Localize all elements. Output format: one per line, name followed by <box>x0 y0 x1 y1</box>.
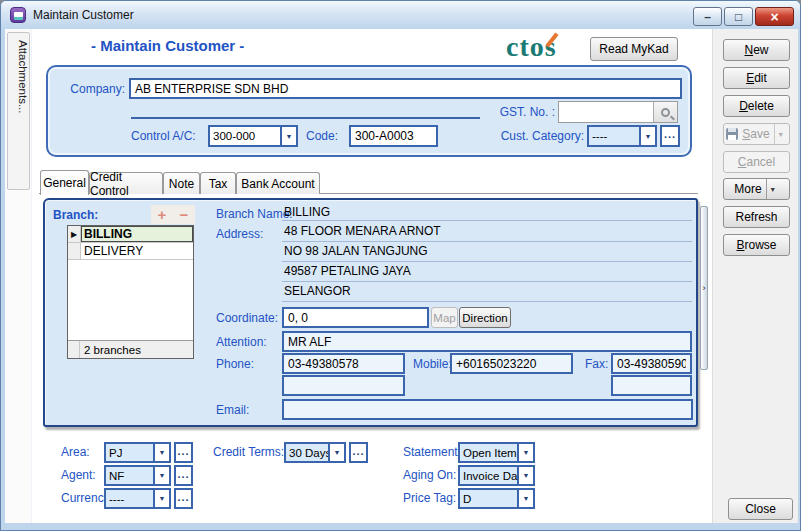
tab-note[interactable]: Note <box>163 172 200 194</box>
attachments-tab[interactable]: Attachments... <box>7 32 30 190</box>
browse-button[interactable]: Browse <box>723 234 790 256</box>
gst-search-button[interactable] <box>653 102 677 122</box>
address-line-3[interactable]: 49587 PETALING JAYA <box>282 263 692 282</box>
delete-button[interactable]: Delete <box>723 95 790 117</box>
tab-general[interactable]: General <box>40 170 89 195</box>
chevron-down-icon[interactable]: ▼ <box>280 127 296 145</box>
phone-input[interactable] <box>282 353 405 374</box>
mobile-label: Mobile: <box>413 357 452 371</box>
credit-terms-label: Credit Terms: <box>213 445 284 459</box>
email-input[interactable] <box>282 399 693 420</box>
map-button[interactable]: Map <box>431 307 458 328</box>
chevron-down-icon[interactable]: ▼ <box>328 444 344 461</box>
chevron-down-icon[interactable]: ▼ <box>775 131 787 138</box>
aging-on-combo[interactable]: Invoice Date ▼ <box>458 465 535 486</box>
email-label: Email: <box>216 403 249 417</box>
address-line-1[interactable]: 48 FLOOR MENARA ARNOT <box>282 223 692 242</box>
branch-name-field[interactable]: BILLING <box>282 204 692 221</box>
more-button[interactable]: More ▼ <box>723 178 790 200</box>
area-combo[interactable]: PJ ▼ <box>104 442 171 463</box>
titlebar[interactable]: Maintain Customer <box>1 1 800 29</box>
tab-bank-account[interactable]: Bank Account <box>236 172 320 194</box>
company-line2-input[interactable] <box>131 99 480 119</box>
attention-input[interactable] <box>282 331 692 352</box>
branch-row-billing[interactable]: ▶ BILLING <box>68 226 193 243</box>
attention-label: Attention: <box>216 335 267 349</box>
tab-label: Bank Account <box>241 177 314 191</box>
cancel-button[interactable]: Cancel <box>723 151 790 173</box>
splitter-collapse-icon: › <box>703 283 706 293</box>
phone2-input[interactable] <box>282 375 405 396</box>
maximize-button[interactable]: □ <box>724 7 753 26</box>
area-value: PJ <box>106 444 153 461</box>
credit-terms-browse-button[interactable]: ... <box>349 442 368 463</box>
price-tag-value: D <box>460 490 517 507</box>
close-window-button[interactable]: × <box>755 7 794 26</box>
branch-row-delivery[interactable]: DELIVERY <box>68 243 193 260</box>
minimize-button[interactable]: – <box>693 7 722 26</box>
address-label: Address: <box>216 227 263 241</box>
gst-no-field[interactable] <box>558 101 678 123</box>
coordinate-label: Coordinate: <box>216 311 278 325</box>
area-browse-button[interactable]: ... <box>174 442 193 463</box>
panel-collapse-splitter[interactable]: › <box>700 206 708 370</box>
edit-label: Edit <box>746 71 767 85</box>
currency-combo[interactable]: ---- ▼ <box>104 488 171 509</box>
chevron-down-icon[interactable]: ▼ <box>639 127 655 145</box>
address-line-2[interactable]: NO 98 JALAN TANGJUNG <box>282 243 692 262</box>
tab-tax[interactable]: Tax <box>200 172 236 194</box>
agent-label: Agent: <box>61 468 96 482</box>
agent-browse-button[interactable]: ... <box>174 465 193 486</box>
chevron-down-icon[interactable]: ▼ <box>153 467 169 484</box>
agent-value: NF <box>106 467 153 484</box>
chevron-down-icon[interactable]: ▼ <box>517 467 533 484</box>
company-input[interactable] <box>129 78 682 99</box>
mobile-input[interactable] <box>450 353 573 374</box>
tab-credit-control[interactable]: Credit Control <box>89 172 163 194</box>
chevron-down-icon[interactable]: ▼ <box>153 444 169 461</box>
chevron-down-icon[interactable]: ▼ <box>517 444 533 461</box>
cancel-label: Cancel <box>738 155 775 169</box>
currency-browse-button[interactable]: ... <box>174 488 193 509</box>
tab-label: Credit Control <box>90 170 162 198</box>
chevron-down-icon[interactable]: ▼ <box>517 490 533 507</box>
save-button[interactable]: Save ▼ <box>723 123 790 145</box>
remove-branch-button[interactable]: − <box>173 205 195 224</box>
cust-category-browse-button[interactable]: ... <box>660 125 680 147</box>
credit-terms-combo[interactable]: 30 Days ▼ <box>284 442 346 463</box>
new-button[interactable]: New <box>723 39 790 61</box>
address-line-4[interactable]: SELANGOR <box>282 283 692 302</box>
code-label: Code: <box>306 129 338 143</box>
save-icon <box>726 128 738 140</box>
close-button[interactable]: Close <box>728 498 793 520</box>
refresh-button[interactable]: Refresh <box>723 206 790 228</box>
add-branch-button[interactable]: + <box>151 205 173 224</box>
branch-count-statusbar: 2 branches <box>68 340 193 358</box>
coordinate-input[interactable] <box>282 307 429 328</box>
chevron-down-icon[interactable]: ▼ <box>153 490 169 507</box>
control-ac-value: 300-000 <box>210 127 280 145</box>
fax-input[interactable] <box>611 353 692 374</box>
gst-no-label: GST. No. : <box>485 105 555 119</box>
maintain-customer-window: Maintain Customer – □ × Attachments... -… <box>0 0 801 531</box>
gst-no-input[interactable] <box>559 102 653 122</box>
branch-count-text: 2 branches <box>84 344 141 356</box>
close-icon: × <box>770 9 778 25</box>
more-label: More <box>734 182 761 196</box>
chevron-down-icon[interactable]: ▼ <box>767 186 779 193</box>
logo-text: cto <box>506 31 545 62</box>
cust-category-combo[interactable]: ---- ▼ <box>587 125 657 147</box>
statement-combo[interactable]: Open Item ▼ <box>458 442 535 463</box>
agent-combo[interactable]: NF ▼ <box>104 465 171 486</box>
direction-button[interactable]: Direction <box>459 307 511 328</box>
price-tag-combo[interactable]: D ▼ <box>458 488 535 509</box>
fax2-input[interactable] <box>611 375 692 396</box>
window-title: Maintain Customer <box>33 8 134 22</box>
cust-category-label: Cust. Category: <box>487 129 584 143</box>
page-title: - Maintain Customer - <box>91 37 244 54</box>
read-mykad-button[interactable]: Read MyKad <box>590 37 678 61</box>
branch-label: Branch: <box>53 208 98 222</box>
code-input[interactable] <box>349 125 438 147</box>
edit-button[interactable]: Edit <box>723 67 790 89</box>
control-ac-combo[interactable]: 300-000 ▼ <box>208 125 298 147</box>
